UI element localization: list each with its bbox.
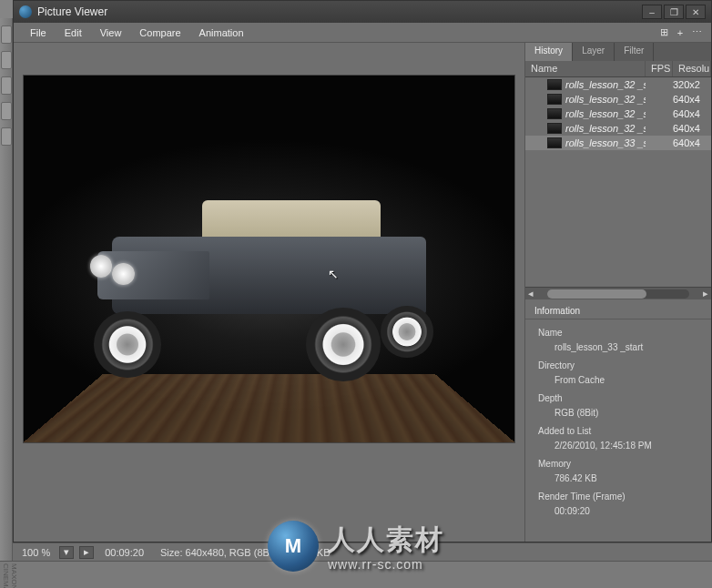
scroll-right-icon[interactable]: ▸ [700,288,711,299]
col-resolution[interactable]: Resolu [673,61,711,76]
info-depth-value: RGB (8Bit) [538,406,702,423]
scroll-thumb[interactable] [547,289,646,299]
window-title: Picture Viewer [37,5,642,18]
menubar: File Edit View Compare Animation ⊞ + ⋯ [14,23,711,43]
thumbnail-icon [547,108,562,119]
minimize-button[interactable]: – [642,5,662,19]
info-render-label: Render Time (Frame) [538,489,702,504]
thumbnail-icon [547,123,562,134]
panel-menu-icon[interactable]: ⋯ [689,25,704,40]
info-added-label: Added to List [538,423,702,439]
scroll-left-icon[interactable]: ◂ [525,288,536,299]
thumbnail-icon [547,79,562,90]
history-res: 640x4 [673,108,711,119]
info-directory-label: Directory [538,358,702,373]
menu-compare[interactable]: Compare [130,25,189,41]
play-button[interactable]: ▸ [79,546,94,559]
info-directory-value: From Cache [538,373,702,390]
menu-edit[interactable]: Edit [56,25,91,41]
tool-button[interactable] [1,51,12,69]
panel-add-icon[interactable]: + [673,25,687,40]
app-bottom-strip: MAXON CINEMA [0,561,712,588]
history-row[interactable]: rolls_lesson_32 _start * 640x4 [525,92,711,106]
menu-animation[interactable]: Animation [190,25,253,41]
zoom-dropdown-icon[interactable]: ▾ [59,546,74,559]
panel-layout-icon[interactable]: ⊞ [656,25,671,40]
status-size: Size: 640x480, RGB (8Bit), 786.42 KB [155,545,336,560]
col-fps[interactable]: FPS [646,61,673,76]
info-memory-label: Memory [538,456,702,471]
menu-view[interactable]: View [91,25,131,41]
tab-history[interactable]: History [525,43,573,61]
history-name: rolls_lesson_32 _start * [565,79,646,90]
history-name: rolls_lesson_32 _start * [565,108,646,119]
render-image: ↖ [23,75,515,443]
info-depth-label: Depth [538,390,702,406]
titlebar[interactable]: Picture Viewer – ❐ ✕ [14,1,711,23]
panel-tabs: History Layer Filter [525,43,711,61]
tool-button[interactable] [1,76,12,95]
render-viewport[interactable]: ↖ [14,43,524,542]
menu-file[interactable]: File [21,25,56,41]
zoom-level[interactable]: 100 % [18,545,54,560]
maximize-button[interactable]: ❐ [664,5,684,19]
status-bar: 100 % ▾ ▸ 00:09:20 Size: 640x480, RGB (8… [13,542,712,561]
tab-layer[interactable]: Layer [573,43,615,61]
picture-viewer-window: Picture Viewer – ❐ ✕ File Edit View Comp… [13,0,712,542]
info-memory-value: 786.42 KB [538,471,702,489]
side-panel: History Layer Filter Name FPS Resolu rol… [524,43,711,542]
horizontal-scrollbar[interactable]: ◂ ▸ [525,287,711,299]
history-res: 640x4 [673,123,711,134]
history-list: rolls_lesson_32 _start * 320x2 rolls_les… [525,77,711,287]
tool-button[interactable] [1,127,12,146]
tab-filter[interactable]: Filter [615,43,654,61]
information-panel: Information Name rolls_lesson_33 _start … [525,299,711,542]
history-name: rolls_lesson_33 _start * [565,137,646,148]
history-row[interactable]: rolls_lesson_32 _start * 640x4 [525,106,711,121]
thumbnail-icon [547,94,562,105]
history-res: 320x2 [673,79,711,90]
history-res: 640x4 [673,137,711,148]
history-res: 640x4 [673,94,711,105]
history-row[interactable]: rolls_lesson_32 _start * 320x2 [525,77,711,92]
info-added-value: 2/26/2010, 12:45:18 PM [538,439,702,456]
history-name: rolls_lesson_32 _start * [565,94,646,105]
history-row[interactable]: rolls_lesson_33 _start * 640x4 [525,136,711,150]
cursor-icon: ↖ [328,267,339,281]
history-row[interactable]: rolls_lesson_32 _start * 640x4 [525,121,711,136]
app-icon [19,5,32,18]
history-name: rolls_lesson_32 _start * [565,123,646,134]
history-header: Name FPS Resolu [525,61,711,77]
rendered-car [83,186,456,370]
info-name-label: Name [538,325,702,340]
app-left-toolbar [0,18,13,564]
info-render-value: 00:09:20 [538,504,702,522]
tool-button[interactable] [1,25,12,44]
info-header: Information [525,303,711,319]
status-time: 00:09:20 [99,545,149,560]
tool-button[interactable] [1,102,12,120]
info-name-value: rolls_lesson_33 _start [538,340,702,358]
close-button[interactable]: ✕ [686,5,706,19]
col-name[interactable]: Name [525,61,646,76]
brand-text: MAXON CINEMA [2,563,18,588]
thumbnail-icon [547,137,562,148]
